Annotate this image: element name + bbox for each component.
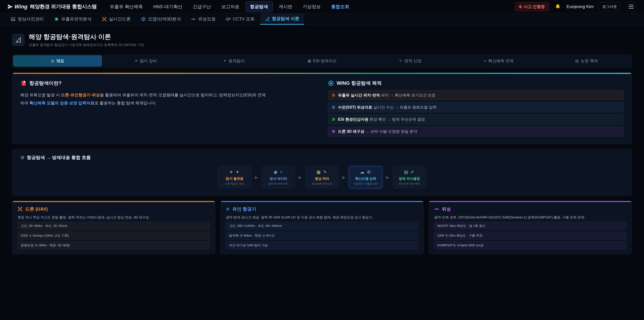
incident-dot-icon	[519, 6, 522, 8]
subnav-item-oil-area-analysis[interactable]: 유출유면적분석	[50, 14, 96, 25]
what-is-paragraph: 해양 유류오염 발생 시 드론·유인항공기·위성을 활용하여 유출유의 위치·면…	[20, 91, 268, 107]
what-is-heading: 항공탐색이란?	[20, 80, 316, 87]
incident-badge-label: 사고 진행중	[524, 4, 545, 10]
purpose-item: ② 수온(SST) 위성자료 실시간 수신 → 유출유 풍화모델 입력	[328, 102, 624, 112]
drone-icon	[18, 207, 23, 212]
logout-button[interactable]: 로그아웃	[598, 2, 621, 11]
spec-row: 탐색폭: 5~50km · 체공: 4~8시간	[226, 232, 418, 240]
book-icon	[20, 80, 27, 86]
flow-step-platforms: ✈ ✦ 탐지 플랫폼 드론·항공기·위성	[218, 166, 251, 188]
sensor-icons: ◉ ≈	[264, 169, 293, 175]
spec-row: KOMPSAT-5: X-band SAR 1m급	[434, 241, 626, 249]
flow-diagram: ✈ ✦ 탐지 플랫폼 드론·항공기·위성 ▶ ◉ ≈ 센서 데이터 광학·IR·…	[20, 166, 624, 188]
spec-row: NGSST: 5km 해상도 · 일 1회 갱신	[434, 222, 626, 230]
card-title-text: 드론 (UAV)	[25, 206, 48, 212]
satellite-card-title: 위성	[434, 206, 626, 212]
nav-item-weather[interactable]: 기상정보	[298, 2, 325, 12]
flow-panel: ⚙ 항공탐색 → 방제대응 통합 흐름 ✈ ✦ 탐지 플랫폼 드론·항공기·위성…	[12, 149, 632, 196]
spec-row: 야간·악기상 SAR 탐지 가능	[226, 241, 418, 249]
text-part: 로 활용하는 통합 탐색 체계입니다.	[94, 101, 156, 105]
drafting-ruler-icon	[15, 37, 22, 43]
burst-icon	[54, 17, 59, 22]
plane-icon: ✈	[135, 59, 138, 63]
subnav-item-image-management[interactable]: 영상사진관리	[6, 14, 48, 25]
tab-esi-map[interactable]: ▦ ESI 방제지도	[278, 55, 366, 67]
satellite-card: 위성 광역·반복 관측. SST(NOAA AVHRR·NGSST)·SAR(S…	[429, 201, 632, 254]
flow-heading: ⚙ 항공탐색 → 방제대응 통합 흐름	[20, 155, 624, 161]
main-nav: 유출유 확산예측 HNS·대기확산 긴급구난 보고자료 항공탐색 게시판 기상정…	[106, 1, 354, 12]
section-title: WING 항공탐색 목적	[336, 80, 382, 87]
spec-row: 운용반경: 5~30km · 체공: 30~90분	[18, 241, 210, 249]
tab-label: 면적 산정	[404, 58, 422, 64]
tab-label: 확산예측 연계	[488, 58, 514, 64]
model-input-icons: ☁ ⚙	[351, 169, 380, 175]
tab-label: 원격탐사	[228, 58, 245, 64]
step-sub: 좌표변환·면적산정	[308, 182, 336, 185]
overview-icon: ◎	[51, 59, 54, 63]
page-icon-box	[12, 34, 24, 46]
flow-step-image-processing: ▦ ✎ 영상 처리 좌표변환·면적산정	[306, 166, 338, 188]
overview-panel: 항공탐색이란? 해양 유류오염 발생 시 드론·유인항공기·위성을 활용하여 유…	[12, 73, 632, 144]
tab-detection-equipment[interactable]: ✈ 탐지 장비	[102, 55, 190, 67]
tab-area-calculation[interactable]: ✎ 면적 산정	[366, 55, 454, 67]
hamburger-menu-button[interactable]	[626, 2, 636, 12]
nav-item-hns[interactable]: HNS·대기확산	[149, 2, 187, 12]
subnav-item-realtime-drone[interactable]: 실시간드론	[97, 14, 135, 25]
satellite-icon: ✦	[224, 59, 226, 63]
page-subtitle: 유출유 원격탐지·항공감시 기법·ESI 방제정보지도·등록특허 10-1567…	[29, 43, 144, 47]
photo-icon	[11, 17, 16, 22]
spec-row: 고도: 300~3,000m · 속도: 60~150m/s	[226, 222, 418, 230]
page-header: 해양 항공탐색·원격탐사 이론 유출유 원격탐지·항공감시 기법·ESI 방제정…	[12, 33, 632, 47]
gear-icon: ⚙	[20, 155, 24, 160]
number-1-icon: ①	[332, 93, 335, 98]
purpose-item: ① 유출유 실시간 위치·면적 파악 → 확산예측 초기조건 보정	[328, 90, 624, 100]
subnav-item-aerial-theory[interactable]: 항공탐색 이론	[260, 14, 304, 25]
text-part: 해양 유류오염 발생 시	[20, 93, 61, 97]
flow-step-sensor-data: ◉ ≈ 센서 데이터 광학·IR·SAR·SST	[262, 166, 295, 188]
nav-item-board[interactable]: 게시판	[274, 2, 297, 12]
what-is-section: 항공탐색이란? 해양 유류오염 발생 시 드론·유인항공기·위성을 활용하여 유…	[20, 80, 316, 136]
nav-item-reports[interactable]: 보고자료	[217, 2, 244, 12]
flow-step-model-input: ☁ ⚙ 확산모델 입력 유출위치·유출량·SST	[349, 166, 382, 188]
tab-overview[interactable]: ◎ 개요	[13, 55, 102, 67]
app-title: 해양환경 위기대응 통합시스템	[30, 3, 97, 10]
tab-prediction-link[interactable]: ∞ 확산예측 연계	[454, 55, 543, 67]
subnav-label: 위성요청	[198, 16, 216, 22]
platform-icons: ✈ ✦	[220, 169, 249, 175]
notifications-button[interactable]	[554, 3, 562, 11]
nav-item-aerial-search[interactable]: 항공탐색	[246, 1, 273, 12]
tab-label: 논문·특허	[581, 58, 598, 64]
spec-row: 고도: 30~500m · 속도: 15~25m/s	[18, 222, 210, 230]
document-icon: ▤	[575, 59, 579, 63]
purpose-heading: WING 항공탐색 목적	[328, 80, 624, 87]
step-sub: 드론·항공기·위성	[220, 182, 249, 185]
satellite-card-desc: 광역·반복 관측. SST(NOAA AVHRR·NGSST)·SAR(Sent…	[434, 215, 626, 220]
nav-item-rescue[interactable]: 긴급구난	[188, 2, 215, 12]
theory-ruler-icon	[265, 17, 270, 21]
nav-item-spill-prediction[interactable]: 유출유 확산예측	[106, 2, 147, 12]
subnav-label: 오염/선박3D분석	[148, 16, 181, 22]
tab-papers-patents[interactable]: ▤ 논문·특허	[542, 55, 631, 67]
step-sub: 유출위치·유출량·SST	[351, 182, 380, 185]
subnav-item-ship-3d-analysis[interactable]: 오염/선박3D분석	[136, 14, 186, 25]
number-2-icon: ②	[332, 105, 335, 110]
drone-icon	[102, 17, 107, 22]
page-header-text: 해양 항공탐색·원격탐사 이론 유출유 원격탐지·항공감시 기법·ESI 방제정…	[29, 33, 144, 47]
platform-cards: 드론 (UAV) 현장 즉시 투입·저고도 정밀 촬영. 광학·적외선 카메라 …	[12, 201, 632, 254]
number-4-icon: ④	[332, 129, 335, 134]
purpose-item: ④ 드론 3D 재구성 → 선박 식별·오염원 정밀 분석	[328, 127, 624, 136]
hamburger-bar	[628, 8, 634, 9]
flow-title: 항공탐색 → 방제대응 통합 흐름	[27, 155, 91, 161]
map-icon: ▦	[308, 59, 311, 63]
highlight-platforms: 드론·유인항공기·위성	[61, 93, 100, 97]
subnav-label: 영상사진관리	[18, 16, 44, 22]
tab-remote-sensing[interactable]: ✦ 원격탐사	[190, 55, 278, 67]
subnav-item-cctv[interactable]: CCTV 조회	[221, 14, 259, 25]
arrow-right-icon: ▶	[342, 175, 345, 180]
purpose-section: WING 항공탐색 목적 ① 유출유 실시간 위치·면적 파악 → 확산예측 초…	[328, 80, 624, 136]
subnav-item-satellite-request[interactable]: 위성요청	[186, 14, 220, 25]
subnav-label: 유출유면적분석	[61, 16, 92, 22]
page-title: 해양 항공탐색·원격탐사 이론	[29, 33, 144, 41]
nav-item-integrated-search[interactable]: 통합조회	[327, 2, 354, 12]
aircraft-card: ✈ 유인 항공기 광역 탐색·장시간 체공. 광학·IR·SAR·SLAR·UV…	[220, 201, 424, 254]
